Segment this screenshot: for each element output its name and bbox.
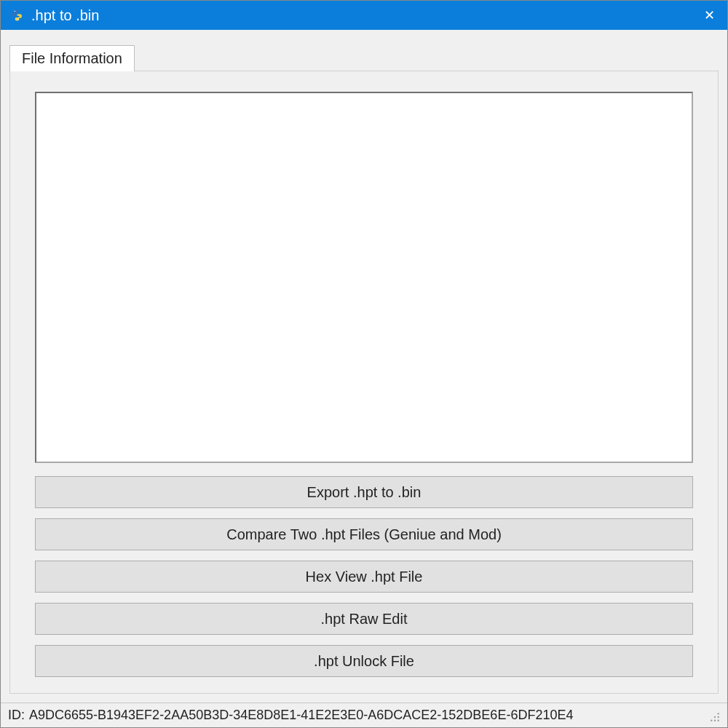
- status-id-value: A9DC6655-B1943EF2-2AA50B3D-34E8D8E1-41E2…: [29, 708, 707, 723]
- svg-point-7: [711, 719, 712, 721]
- svg-point-5: [718, 719, 719, 721]
- client-area: File Information Export .hpt to .bin Com…: [1, 30, 727, 703]
- file-info-textarea[interactable]: [35, 92, 693, 463]
- hexview-button[interactable]: Hex View .hpt File: [35, 561, 693, 593]
- rawedit-button[interactable]: .hpt Raw Edit: [35, 603, 693, 635]
- window-title: .hpt to .bin: [31, 7, 691, 24]
- app-window: .hpt to .bin ✕ File Information Export .…: [0, 0, 728, 728]
- tabstrip: File Information: [9, 44, 719, 71]
- svg-point-1: [18, 19, 19, 20]
- resize-grip-icon[interactable]: [707, 709, 720, 722]
- statusbar: ID: A9DC6655-B1943EF2-2AA50B3D-34E8D8E1-…: [1, 703, 727, 727]
- svg-point-2: [718, 713, 719, 714]
- export-button[interactable]: Export .hpt to .bin: [35, 476, 693, 508]
- unlock-button[interactable]: .hpt Unlock File: [35, 645, 693, 677]
- svg-point-3: [718, 716, 719, 717]
- titlebar[interactable]: .hpt to .bin ✕: [1, 1, 727, 30]
- close-icon: ✕: [704, 7, 715, 23]
- svg-point-6: [714, 719, 716, 721]
- close-button[interactable]: ✕: [691, 1, 727, 30]
- svg-point-0: [15, 11, 15, 12]
- svg-point-4: [714, 716, 716, 717]
- app-icon: [9, 8, 24, 23]
- tab-file-information[interactable]: File Information: [9, 45, 135, 71]
- compare-button[interactable]: Compare Two .hpt Files (Geniue and Mod): [35, 518, 693, 550]
- status-id-label: ID:: [8, 708, 25, 723]
- tabpanel-file-information: Export .hpt to .bin Compare Two .hpt Fil…: [9, 71, 719, 694]
